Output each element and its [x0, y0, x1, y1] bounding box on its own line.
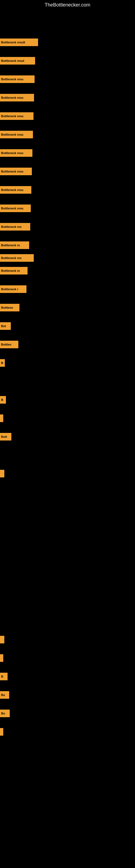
bottleneck-bar: B — [0, 673, 8, 680]
bottleneck-bar: Bottleneck re — [0, 241, 29, 249]
bottleneck-bar: Bottleneck re — [0, 267, 28, 275]
bottleneck-bar: Bo — [0, 691, 9, 699]
bottleneck-bar: Bottlene — [0, 304, 19, 311]
bottleneck-label: Bottleneck resu — [1, 96, 24, 99]
bottleneck-bar — [0, 654, 3, 662]
bottleneck-bar: Bottleneck resu — [0, 186, 31, 194]
bottleneck-label: B — [1, 398, 3, 401]
bottleneck-label: B — [1, 361, 3, 365]
bottleneck-label: Bottleneck resu — [1, 207, 24, 210]
bottleneck-bar: Bottleneck res — [0, 223, 30, 230]
bottleneck-bar: B — [0, 359, 5, 367]
bottleneck-bar: Bo — [0, 710, 10, 717]
bottleneck-bar: Bottleneck res — [0, 254, 34, 262]
bottleneck-label: Bottleneck resu — [1, 151, 24, 155]
bottleneck-bar: Bottleneck resu — [0, 167, 32, 175]
bottleneck-label: Bottleneck re — [1, 269, 20, 272]
bottleneck-label: Bottleneck resu — [1, 115, 24, 118]
bottleneck-bar: Bottleneck resu — [0, 149, 32, 157]
bottleneck-label: Bottleneck r — [1, 287, 18, 291]
bottleneck-label: Bottlene — [1, 306, 13, 309]
bottleneck-label: Bottleneck resu — [1, 188, 24, 191]
bottleneck-label: Bottleneck resul — [1, 59, 24, 62]
bottleneck-label: Bottleneck resu — [1, 170, 24, 173]
bottleneck-bar: Bottleneck resu — [0, 94, 34, 101]
bottleneck-label: Bo — [1, 693, 5, 696]
bottleneck-label: Bottleneck result — [1, 41, 25, 44]
bottleneck-bar: Bottleneck result — [0, 38, 38, 46]
bottleneck-label: Bottlen — [1, 343, 11, 346]
site-title: TheBottlenecker.com — [0, 0, 135, 10]
bottleneck-bar: Bottleneck r — [0, 285, 27, 293]
bottleneck-label: Bottleneck res — [1, 256, 21, 259]
bottleneck-bar: B — [0, 396, 6, 404]
bottleneck-label: Bottleneck resu — [1, 78, 24, 81]
bottleneck-bar — [0, 414, 3, 422]
bottleneck-label: B — [1, 675, 3, 678]
bottleneck-label: Bottleneck resu — [1, 133, 24, 136]
bottleneck-bar: Bottlen — [0, 341, 18, 348]
bottleneck-label: Bottleneck re — [1, 244, 20, 247]
bottleneck-bar: Bottleneck resul — [0, 57, 35, 65]
bottleneck-label: Bottleneck res — [1, 225, 21, 228]
bottleneck-bar: Bot — [0, 322, 11, 330]
bottleneck-bar: Bottleneck resu — [0, 205, 31, 212]
bottleneck-bar — [0, 470, 4, 477]
bottleneck-bar — [0, 728, 3, 736]
bottleneck-bar: Bottleneck resu — [0, 112, 34, 120]
bottleneck-bar — [0, 636, 4, 643]
bottleneck-bar: Bottleneck resu — [0, 131, 33, 138]
bottleneck-bar: Bott — [0, 433, 11, 440]
bottleneck-label: Bott — [1, 435, 7, 438]
bottleneck-label: Bot — [1, 324, 6, 328]
bottleneck-bar: Bottleneck resu — [0, 75, 35, 83]
bottleneck-label: Bo — [1, 712, 5, 715]
